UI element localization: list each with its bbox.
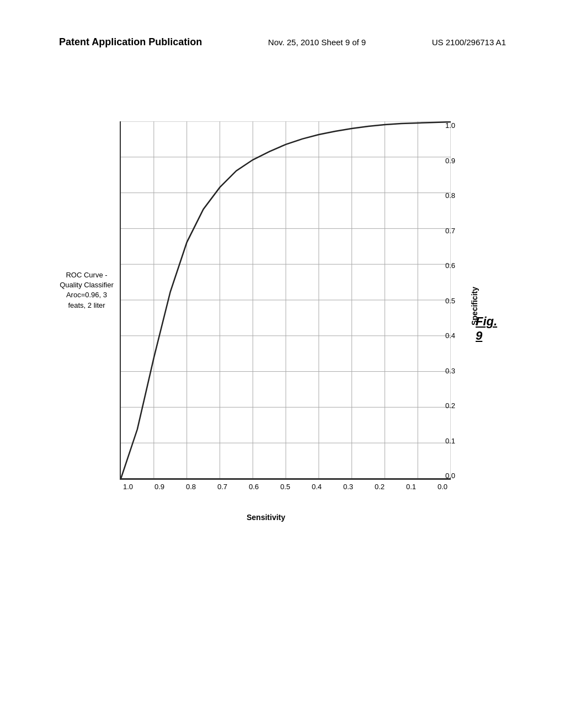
chart-title: ROC Curve - Quality Classifier Aroc=0.96… <box>59 270 114 311</box>
x-axis-labels: 1.0 0.9 0.8 0.7 0.6 0.5 0.4 0.3 0.2 0.1 … <box>120 483 451 491</box>
publication-title: Patent Application Publication <box>59 36 202 48</box>
chart-plot <box>120 121 451 480</box>
chart-area: ROC Curve - Quality Classifier Aroc=0.96… <box>59 116 506 568</box>
figure-label: Fig. 9 <box>476 314 506 343</box>
y-axis-labels: 1.0 0.9 0.8 0.7 0.6 0.5 0.4 0.3 0.2 0.1 … <box>445 121 467 480</box>
publication-date-sheet: Nov. 25, 2010 Sheet 9 of 9 <box>268 38 366 47</box>
publication-number: US 2100/296713 A1 <box>432 38 506 47</box>
roc-curve-svg <box>120 121 451 480</box>
page-header: Patent Application Publication Nov. 25, … <box>0 36 565 48</box>
x-axis-title: Sensitivity <box>247 513 285 522</box>
